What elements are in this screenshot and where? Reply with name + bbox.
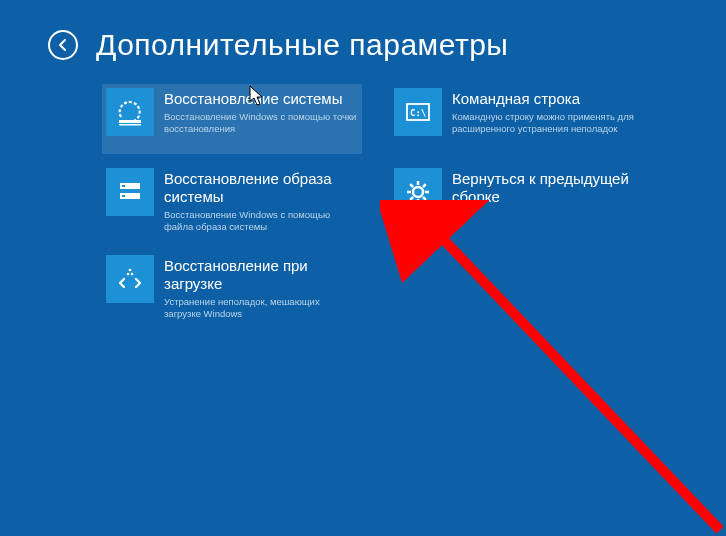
arrow-left-icon <box>56 38 70 52</box>
svg-point-11 <box>413 187 423 197</box>
svg-line-16 <box>410 184 413 187</box>
svg-rect-0 <box>119 120 141 123</box>
tile-desc: Восстановление Windows с помощью файла о… <box>164 209 358 233</box>
tile-desc: Устранение неполадок, мешающих загрузке … <box>164 296 358 320</box>
tile-title: Восстановление образа системы <box>164 170 358 206</box>
tile-title: Командная строка <box>452 90 646 108</box>
gear-icon <box>394 168 442 216</box>
svg-rect-3 <box>122 185 125 187</box>
svg-point-6 <box>127 272 130 275</box>
image-restore-icon <box>106 168 154 216</box>
svg-point-8 <box>129 268 132 271</box>
svg-line-18 <box>410 197 413 200</box>
cmd-icon: C:\ <box>394 88 442 136</box>
svg-text:C:\: C:\ <box>410 108 426 118</box>
svg-line-19 <box>423 197 426 200</box>
tile-title: Вернуться к предыдущей сборке <box>452 170 646 206</box>
tile-desc: Восстановление Windows с помощью точки в… <box>164 111 358 135</box>
tiles-container: Восстановление системы Восстановление Wi… <box>0 62 726 328</box>
tile-system-restore[interactable]: Восстановление системы Восстановление Wi… <box>102 84 362 154</box>
page-title: Дополнительные параметры <box>96 28 508 62</box>
tile-command-prompt[interactable]: C:\ Командная строка Командную строку мо… <box>390 84 650 154</box>
svg-rect-1 <box>119 124 141 126</box>
tile-image-restore[interactable]: Восстановление образа системы Восстановл… <box>102 164 362 241</box>
svg-point-7 <box>131 272 134 275</box>
tile-go-back-build[interactable]: Вернуться к предыдущей сборке <box>390 164 650 234</box>
tiles-column-1: Восстановление системы Восстановление Wi… <box>102 84 362 328</box>
svg-line-17 <box>423 184 426 187</box>
restore-point-icon <box>106 88 154 136</box>
tile-desc: Командную строку можно применять для рас… <box>452 111 646 135</box>
tile-title: Восстановление при загрузке <box>164 257 358 293</box>
tiles-column-2: C:\ Командная строка Командную строку мо… <box>390 84 650 328</box>
back-button[interactable] <box>48 30 78 60</box>
tile-startup-repair[interactable]: Восстановление при загрузке Устранение н… <box>102 251 362 328</box>
tile-title: Восстановление системы <box>164 90 358 108</box>
svg-rect-5 <box>122 195 125 197</box>
startup-repair-icon <box>106 255 154 303</box>
